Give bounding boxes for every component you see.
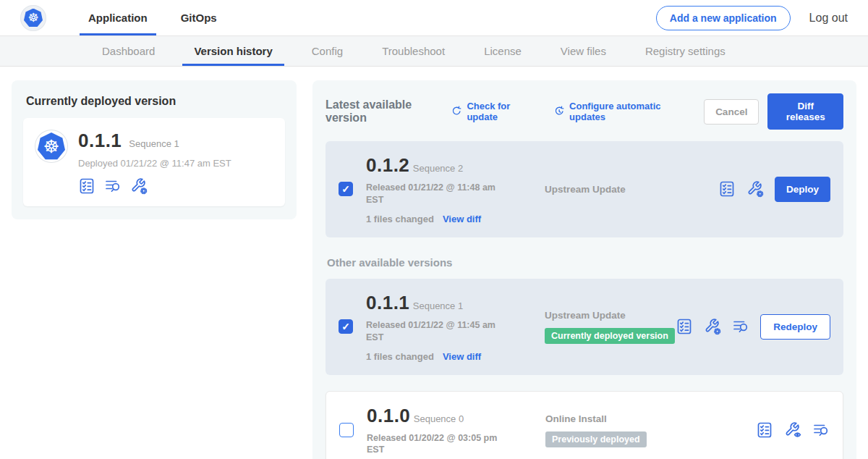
released-timestamp: Released 01/21/22 @ 11:45 am EST bbox=[366, 319, 508, 344]
latest-version-header: Latest available version Check for updat… bbox=[326, 93, 843, 130]
kubernetes-logo-icon: ☸ bbox=[20, 5, 46, 31]
currently-deployed-card: Currently deployed version ☸ 0.1.1 Seque… bbox=[12, 80, 297, 219]
deployed-sequence-label: Sequence 1 bbox=[129, 138, 179, 149]
brand-logo: ☸ bbox=[20, 0, 46, 35]
nav-tab-application[interactable]: Application bbox=[78, 0, 158, 35]
cancel-button[interactable]: Cancel bbox=[704, 99, 759, 125]
view-diff-link[interactable]: View diff bbox=[443, 351, 481, 362]
nav-tab-gitops[interactable]: GitOps bbox=[171, 0, 227, 35]
config-wrench-eye-icon[interactable] bbox=[784, 421, 801, 439]
version-row-0-1-2: 0.1.2 Sequence 2 Released 01/21/22 @ 11:… bbox=[326, 141, 843, 237]
sequence-label: Sequence 1 bbox=[413, 300, 463, 311]
version-number: 0.1.2 bbox=[366, 154, 409, 176]
deployed-version-card: ☸ 0.1.1 Sequence 1 Deployed 01/21/22 @ 1… bbox=[23, 118, 285, 206]
view-diff-link[interactable]: View diff bbox=[443, 214, 481, 224]
other-versions-title: Other available versions bbox=[327, 256, 843, 269]
tab-view-files[interactable]: View files bbox=[549, 36, 618, 66]
version-source-label: Upstream Update bbox=[545, 184, 718, 195]
tab-registry-settings[interactable]: Registry settings bbox=[634, 36, 737, 66]
app-subnav: Dashboard Version history Config Trouble… bbox=[0, 36, 868, 67]
deployed-version-number: 0.1.1 bbox=[78, 130, 122, 152]
app-kubernetes-icon: ☸ bbox=[35, 130, 68, 163]
redeploy-button[interactable]: Redeploy bbox=[760, 314, 830, 340]
version-checkbox[interactable] bbox=[339, 182, 353, 196]
deploy-button[interactable]: Deploy bbox=[775, 177, 830, 202]
tab-troubleshoot[interactable]: Troubleshoot bbox=[370, 36, 456, 66]
deployed-timestamp: Deployed 01/21/22 @ 11:47 am EST bbox=[78, 158, 231, 169]
version-history-panel: Latest available version Check for updat… bbox=[312, 80, 856, 459]
preflight-checks-icon[interactable] bbox=[756, 421, 773, 439]
tab-dashboard[interactable]: Dashboard bbox=[90, 36, 166, 66]
deploy-logs-icon[interactable] bbox=[812, 421, 830, 439]
top-navbar: ☸ Application GitOps Add a new applicati… bbox=[0, 0, 868, 36]
version-number: 0.1.1 bbox=[366, 292, 409, 313]
released-timestamp: Released 01/21/22 @ 11:48 am EST bbox=[366, 182, 508, 206]
preflight-checks-icon[interactable] bbox=[718, 180, 736, 198]
preflight-checks-icon[interactable] bbox=[78, 177, 95, 195]
nav-tab-application-label: Application bbox=[88, 12, 148, 24]
config-wrench-gear-icon[interactable] bbox=[746, 180, 764, 198]
files-changed-label: 1 files changed bbox=[366, 351, 434, 362]
clock-refresh-icon bbox=[553, 105, 565, 118]
check-for-update-link[interactable]: Check for update bbox=[451, 101, 536, 122]
add-new-application-button[interactable]: Add a new application bbox=[656, 6, 791, 30]
sequence-label: Sequence 0 bbox=[414, 413, 464, 424]
config-wrench-gear-icon[interactable] bbox=[704, 318, 721, 335]
files-changed-label: 1 files changed bbox=[366, 214, 434, 224]
version-row-0-1-1: 0.1.1 Sequence 1 Released 01/21/22 @ 11:… bbox=[326, 279, 843, 375]
sequence-label: Sequence 2 bbox=[413, 163, 463, 174]
deploy-logs-icon[interactable] bbox=[732, 318, 749, 335]
diff-releases-button[interactable]: Diff releases bbox=[767, 93, 843, 130]
main-content: Currently deployed version ☸ 0.1.1 Seque… bbox=[0, 67, 868, 459]
nav-tab-gitops-label: GitOps bbox=[181, 12, 217, 24]
latest-version-title: Latest available version bbox=[326, 98, 443, 125]
tab-version-history[interactable]: Version history bbox=[182, 36, 284, 66]
deployed-card-title: Currently deployed version bbox=[26, 95, 285, 108]
version-source-label: Upstream Update bbox=[545, 310, 676, 321]
version-row-0-1-0: 0.1.0 Sequence 0 Released 01/20/22 @ 03:… bbox=[326, 391, 843, 459]
version-checkbox[interactable] bbox=[339, 423, 354, 437]
version-number: 0.1.0 bbox=[367, 405, 410, 426]
version-checkbox[interactable] bbox=[339, 319, 353, 334]
version-source-label: Online Install bbox=[545, 413, 756, 424]
deploy-logs-icon[interactable] bbox=[104, 177, 122, 195]
tab-config[interactable]: Config bbox=[300, 36, 354, 66]
configure-automatic-updates-link[interactable]: Configure automatic updates bbox=[553, 101, 686, 122]
currently-deployed-badge: Currently deployed version bbox=[545, 328, 675, 344]
logout-link[interactable]: Log out bbox=[809, 12, 848, 25]
refresh-icon bbox=[451, 105, 462, 118]
tab-license[interactable]: License bbox=[472, 36, 533, 66]
config-wrench-gear-icon[interactable] bbox=[130, 177, 148, 195]
released-timestamp: Released 01/20/22 @ 03:05 pm EST bbox=[367, 432, 509, 457]
preflight-checks-icon[interactable] bbox=[676, 318, 693, 335]
previously-deployed-badge: Previously deployed bbox=[545, 431, 647, 447]
